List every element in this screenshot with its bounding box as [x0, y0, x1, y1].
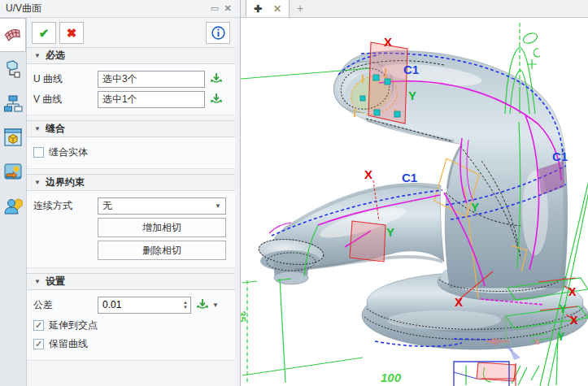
part-document-icon: ✚: [254, 3, 262, 15]
section-boundary-body: 连续方式 无 ▼ 增加相切 删除相切: [27, 191, 235, 268]
section-sew-body: 缝合实体: [27, 137, 235, 169]
ok-button[interactable]: ✔: [32, 22, 56, 44]
view-manager-icon: [3, 128, 23, 147]
user-icon: [3, 196, 23, 215]
info-icon: [211, 26, 225, 40]
sew-entity-label: 缝合实体: [49, 145, 88, 159]
panel-titlebar[interactable]: U/V曲面 ▭ ✕: [0, 0, 240, 18]
continuity-value: 无: [102, 199, 112, 213]
pick-arrow-icon: [210, 72, 223, 85]
hierarchy-icon: [3, 93, 23, 113]
extend-checkbox[interactable]: ✓: [33, 320, 44, 331]
pick-arrow-icon: [196, 298, 209, 311]
collapse-icon: ▼: [34, 179, 41, 186]
tab-close-icon[interactable]: ✕: [273, 3, 281, 15]
u-curve-input[interactable]: 选中3个: [98, 71, 205, 88]
chevron-down-icon: ▼: [215, 202, 221, 210]
cancel-button[interactable]: ✖: [59, 22, 84, 44]
tolerance-input[interactable]: [98, 299, 183, 310]
new-tab-button[interactable]: +: [290, 2, 311, 17]
pick-arrow-icon: [210, 93, 223, 106]
section-boundary-label: 边界约束: [46, 176, 85, 189]
assembly-tree-icon: [3, 59, 23, 79]
zw3d-window: U/V曲面 ▭ ✕: [0, 0, 588, 386]
sidebar-tool-user[interactable]: [0, 189, 26, 223]
tolerance-pick-button[interactable]: [196, 298, 209, 311]
panel-title: U/V曲面: [6, 2, 208, 15]
tab-active-document[interactable]: ✚ ✕: [246, 0, 290, 17]
info-button[interactable]: [206, 22, 230, 44]
section-required-label: 必选: [46, 49, 65, 63]
collapse-icon: ▼: [34, 278, 41, 285]
sidebar-tool-render-image[interactable]: [0, 154, 26, 189]
section-required-header[interactable]: ▼ 必选: [27, 47, 235, 64]
sidebar-tool-assembly-tree[interactable]: [0, 52, 26, 86]
continuity-dropdown[interactable]: 无 ▼: [98, 197, 226, 215]
sidebar-tool-hierarchy[interactable]: [0, 86, 26, 120]
tolerance-spinner[interactable]: ▲▼: [98, 297, 191, 314]
uv-surface-form: ✔ ✖ ▼ 必选 U 曲线 选中3个: [27, 18, 235, 386]
add-tangent-button[interactable]: 增加相切: [98, 218, 226, 237]
close-panel-icon[interactable]: ✕: [221, 3, 234, 14]
spinner-arrows-icon[interactable]: ▲▼: [183, 300, 190, 310]
section-sew-header[interactable]: ▼ 缝合: [27, 120, 235, 137]
panel-sidebar: [0, 18, 27, 386]
u-curve-label: U 曲线: [33, 72, 98, 86]
tolerance-label: 公差: [33, 298, 98, 312]
sidebar-tool-view-manager[interactable]: [0, 120, 26, 154]
section-settings-header[interactable]: ▼ 设置: [27, 273, 235, 290]
section-settings-label: 设置: [46, 275, 65, 288]
section-sew-label: 缝合: [46, 122, 65, 136]
v-curve-label: V 曲线: [33, 93, 98, 106]
remove-tangent-button[interactable]: 删除相切: [98, 241, 226, 260]
v-curve-input[interactable]: 选中1个: [98, 91, 205, 108]
u-curve-pick-button[interactable]: [210, 72, 223, 85]
section-required-body: U 曲线 选中3个 V 曲线 选中1个: [27, 64, 235, 115]
float-panel-icon[interactable]: ▭: [208, 3, 221, 14]
form-toolbar: ✔ ✖: [27, 18, 235, 47]
document-tabbar: ✚ ✕ +: [241, 0, 588, 18]
extend-label: 延伸到交点: [49, 319, 98, 332]
uv-surface-panel: U/V曲面 ▭ ✕: [0, 0, 241, 386]
keep-curves-checkbox[interactable]: ✓: [33, 339, 44, 349]
model-viewport[interactable]: XC1YXC1C1YYXXYXYx10035: [241, 18, 588, 386]
sew-entity-checkbox[interactable]: [33, 147, 44, 158]
sidebar-tool-uv-surface[interactable]: [0, 18, 26, 52]
render-image-icon: [3, 162, 23, 181]
section-settings-body: 公差 ▲▼ ▼ ✓ 延伸到交点: [27, 290, 235, 361]
uv-surface-icon: [3, 25, 23, 45]
continuity-label: 连续方式: [33, 199, 98, 213]
collapse-icon: ▼: [34, 52, 41, 59]
v-curve-pick-button[interactable]: [210, 93, 223, 106]
keep-curves-label: 保留曲线: [49, 337, 88, 351]
pick-options-chevron-icon[interactable]: ▼: [212, 301, 219, 309]
section-boundary-header[interactable]: ▼ 边界约束: [27, 174, 235, 191]
viewport-canvas[interactable]: [241, 18, 588, 386]
collapse-icon: ▼: [34, 125, 41, 132]
